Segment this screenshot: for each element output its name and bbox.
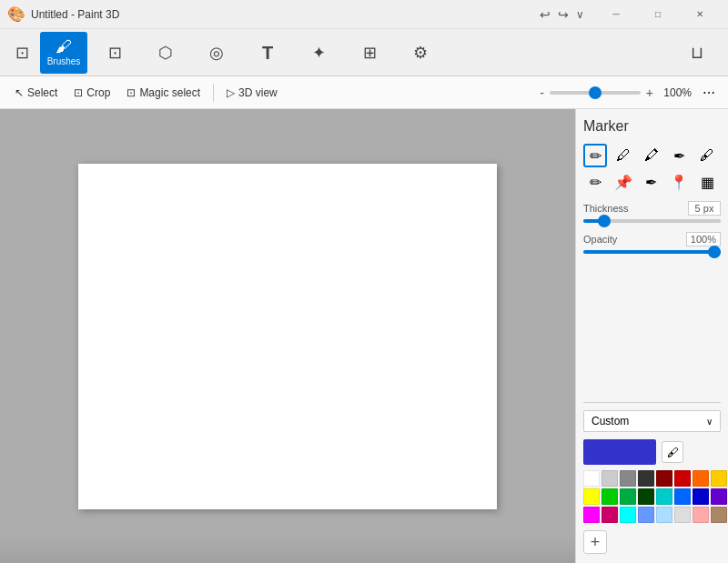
color-swatch[interactable] — [583, 507, 600, 523]
brush-crayon[interactable]: 🖍 — [640, 144, 663, 167]
eyedropper-button[interactable]: 🖋 — [662, 441, 683, 463]
eyedropper-icon: 🖋 — [667, 446, 679, 459]
title-text: Untitled - Paint 3D — [31, 8, 119, 21]
color-swatch[interactable] — [602, 507, 618, 523]
opacity-thumb[interactable] — [708, 246, 721, 258]
3d-icon: ⬡ — [158, 45, 173, 61]
color-swatch[interactable] — [620, 488, 636, 505]
canvas-area[interactable] — [0, 109, 575, 563]
opacity-value[interactable]: 100% — [686, 232, 721, 246]
title-bar-left: 🎨 Untitled - Paint 3D — [7, 5, 119, 23]
ribbon-btn-settings[interactable]: ⚙ — [397, 32, 444, 74]
brush8-icon: ✒ — [645, 174, 657, 191]
ribbon-btn-text[interactable]: T — [244, 32, 291, 74]
color-swatch[interactable] — [602, 470, 618, 487]
expand-icon[interactable]: ∨ — [576, 8, 584, 21]
current-color-swatch[interactable] — [583, 439, 656, 465]
color-swatch[interactable] — [674, 507, 691, 523]
ribbon: ⊡ 🖌 Brushes ⊡ ⬡ ◎ T ✦ ⊞ ⚙ ⊔ — [0, 29, 728, 76]
ribbon-btn-stickers[interactable]: ◎ — [193, 32, 240, 74]
ribbon-btn-3d[interactable]: ⬡ — [142, 32, 189, 74]
thickness-label: Thickness — [583, 203, 629, 214]
2d-icon: ⊡ — [108, 45, 122, 61]
right-panel: Marker ✏ 🖊 🖍 ✒ 🖋 ✏ 📌 — [575, 109, 728, 563]
close-button[interactable]: ✕ — [679, 0, 721, 29]
magic-icon: ⊡ — [126, 86, 136, 99]
color-swatch[interactable] — [656, 488, 672, 505]
crop-icon: ⊞ — [363, 45, 377, 61]
brushes-label: Brushes — [47, 56, 81, 66]
opacity-slider[interactable] — [583, 250, 721, 254]
color-mode-dropdown[interactable]: Custom ∨ — [583, 410, 721, 432]
color-swatch[interactable] — [638, 507, 654, 523]
crop-tool-icon: ⊡ — [74, 86, 83, 99]
brush-calligraphy[interactable]: 🖊 — [612, 144, 635, 167]
toolbar-sep — [213, 84, 214, 102]
more-options-btn[interactable]: ⋯ — [697, 82, 721, 104]
3d-view-btn[interactable]: ▷ 3D view — [219, 83, 285, 103]
thickness-thumb[interactable] — [598, 215, 611, 227]
color-swatch[interactable] — [711, 470, 727, 487]
brush7-icon: 📌 — [614, 174, 632, 191]
color-swatch[interactable] — [656, 507, 672, 523]
color-swatch[interactable] — [583, 470, 600, 487]
color-swatch[interactable] — [711, 507, 727, 523]
ribbon-btn-home[interactable]: ⊡ — [7, 32, 36, 74]
brush-type7[interactable]: 📌 — [612, 170, 635, 194]
thickness-slider[interactable] — [583, 219, 721, 223]
color-swatch[interactable] — [711, 488, 727, 505]
redo-button[interactable]: ↪ — [558, 7, 569, 22]
color-swatch[interactable] — [602, 488, 618, 505]
color-swatch[interactable] — [583, 488, 600, 505]
color-swatch[interactable] — [674, 470, 691, 487]
color-swatch[interactable] — [638, 488, 654, 505]
color-swatch[interactable] — [638, 470, 654, 487]
share-icon: ⊔ — [691, 45, 703, 61]
zoom-value: 100% — [659, 86, 692, 99]
minimize-button[interactable]: ─ — [595, 0, 637, 29]
add-color-button[interactable]: + — [583, 530, 607, 554]
color-swatch[interactable] — [620, 470, 636, 487]
brush5-icon: 🖋 — [700, 147, 714, 164]
color-swatch[interactable] — [693, 507, 709, 523]
title-bar-controls: ─ □ ✕ — [595, 0, 721, 29]
settings-icon: ⚙ — [413, 45, 428, 61]
thickness-value[interactable]: 5 px — [688, 201, 721, 216]
ribbon-btn-brushes[interactable]: 🖌 Brushes — [40, 32, 87, 74]
brush-type10[interactable]: ▦ — [695, 170, 719, 194]
color-swatch[interactable] — [620, 507, 636, 523]
select-tool-btn[interactable]: ↖ Select — [7, 83, 65, 103]
color-swatch[interactable] — [693, 470, 709, 487]
maximize-button[interactable]: □ — [637, 0, 679, 29]
crop-tool-btn[interactable]: ⊡ Crop — [66, 83, 117, 103]
ribbon-btn-effects[interactable]: ✦ — [295, 32, 342, 74]
ribbon-btn-crop[interactable]: ⊞ — [346, 32, 393, 74]
opacity-fill — [583, 250, 721, 254]
brush-grid: ✏ 🖊 🖍 ✒ 🖋 ✏ 📌 ✒ — [583, 144, 721, 194]
brush-type8[interactable]: ✒ — [640, 170, 663, 194]
brush-marker[interactable]: ✏ — [583, 144, 607, 167]
brush10-icon: ▦ — [701, 174, 714, 191]
brush-type5[interactable]: 🖋 — [695, 144, 719, 167]
color-swatch[interactable] — [656, 470, 672, 487]
home-icon: ⊡ — [15, 45, 29, 61]
zoom-plus-btn[interactable]: + — [646, 85, 653, 100]
zoom-area: - + 100% ⋯ — [540, 82, 721, 104]
color-swatch[interactable] — [674, 488, 691, 505]
drawing-canvas[interactable] — [78, 164, 497, 509]
zoom-minus-btn[interactable]: - — [540, 85, 544, 100]
magic-label: Magic select — [139, 86, 200, 99]
stickers-icon: ◎ — [209, 45, 224, 61]
divider — [583, 402, 721, 403]
undo-button[interactable]: ↩ — [540, 7, 551, 22]
brush-type6[interactable]: ✏ — [583, 170, 607, 194]
color-swatch[interactable] — [693, 488, 709, 505]
zoom-thumb[interactable] — [589, 86, 602, 99]
zoom-slider[interactable] — [550, 91, 641, 95]
brush-type9[interactable]: 📍 — [667, 170, 691, 194]
brush-pencil[interactable]: ✒ — [667, 144, 691, 167]
opacity-label: Opacity — [583, 234, 617, 245]
ribbon-btn-2d[interactable]: ⊡ — [91, 32, 138, 74]
magic-select-btn[interactable]: ⊡ Magic select — [119, 83, 207, 103]
ribbon-btn-share[interactable]: ⊔ — [673, 32, 721, 74]
